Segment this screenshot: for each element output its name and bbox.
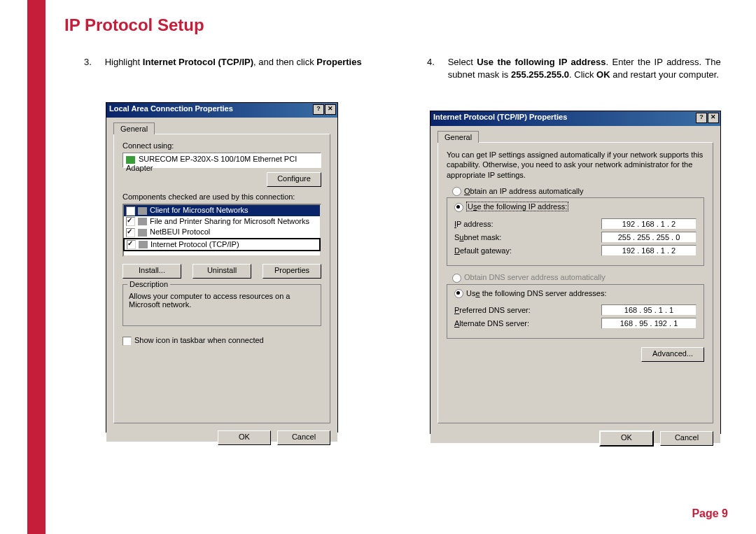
ip-label: IP address: [454, 220, 493, 228]
subnet-label: Subnet mask: [454, 233, 501, 241]
dialog-lan-properties: Local Area Connection Properties ? ✕ Gen… [106, 102, 338, 433]
titlebar-tcpip-text: Internet Protocol (TCP/IP) Properties [433, 113, 567, 121]
radio-icon[interactable] [454, 289, 463, 298]
connect-using-label: Connect using: [122, 141, 321, 150]
help-icon[interactable]: ? [696, 113, 707, 123]
titlebar-lan: Local Area Connection Properties ? ✕ [106, 103, 337, 118]
ok-button[interactable]: OK [599, 430, 654, 447]
preferred-dns-field[interactable]: 168 . 95 . 1 . 1 [601, 304, 696, 316]
configure-button[interactable]: Configure [267, 172, 321, 187]
titlebar-tcpip: Internet Protocol (TCP/IP) Properties ? … [430, 111, 720, 126]
adapter-field: SURECOM EP-320X-S 100/10M Ethernet PCI A… [122, 153, 321, 168]
radio-icon [452, 274, 461, 283]
step-3: 3. Highlight Internet Protocol (TCP/IP),… [84, 56, 378, 69]
component-icon [138, 207, 147, 215]
help-icon[interactable]: ? [313, 104, 324, 115]
description-label: Description [127, 280, 170, 288]
checkbox-show-icon[interactable] [122, 337, 132, 346]
page-footer: Page 9 [692, 507, 728, 520]
alternate-dns-field[interactable]: 168 . 95 . 192 . 1 [601, 318, 696, 329]
checkbox-icon[interactable] [126, 206, 135, 216]
show-icon-row[interactable]: Show icon in taskbar when connected [122, 336, 321, 346]
description-group: Description Allows your computer to acce… [122, 284, 321, 326]
list-item[interactable]: File and Printer Sharing for Microsoft N… [124, 216, 320, 227]
uninstall-button[interactable]: Uninstall [192, 264, 251, 279]
gateway-label: Default gateway: [454, 246, 512, 255]
step-3-num: 3. [84, 56, 102, 69]
step-4: 4. Select Use the following IP address. … [427, 56, 721, 80]
list-item[interactable]: Client for Microsoft Networks [124, 205, 320, 216]
ok-button[interactable]: OK [218, 430, 271, 445]
checkbox-icon[interactable] [126, 217, 135, 226]
advanced-button[interactable]: Advanced... [641, 347, 704, 362]
red-sidebar [27, 0, 46, 534]
component-icon [138, 229, 147, 237]
dialog-tcpip-properties: Internet Protocol (TCP/IP) Properties ? … [430, 111, 721, 434]
description-text: Allows your computer to access resources… [129, 292, 315, 309]
components-label: Components checked are used by this conn… [122, 192, 321, 201]
close-icon[interactable]: ✕ [708, 113, 719, 123]
component-icon [139, 241, 148, 248]
radio-icon[interactable] [454, 203, 463, 212]
properties-button[interactable]: Properties [262, 264, 321, 279]
nic-icon [126, 156, 135, 164]
radio-use-dns[interactable]: Use the following DNS server addresses: [453, 289, 608, 299]
radio-use-ip[interactable]: Use the following IP address: [453, 202, 570, 212]
checkbox-icon[interactable] [126, 228, 135, 237]
install-button[interactable]: Install... [122, 264, 181, 279]
component-icon [138, 218, 147, 225]
list-item-tcpip[interactable]: Internet Protocol (TCP/IP) [123, 238, 321, 252]
step-4-num: 4. [427, 56, 445, 69]
close-icon[interactable]: ✕ [325, 104, 336, 115]
tab-general-1[interactable]: General [113, 122, 155, 134]
titlebar-lan-text: Local Area Connection Properties [109, 104, 233, 113]
alt-dns-label: Alternate DNS server: [454, 319, 529, 328]
list-item[interactable]: NetBEUI Protocol [124, 227, 320, 238]
radio-obtain-ip[interactable]: Obtain an IP address automatically [452, 187, 704, 197]
default-gateway-field[interactable]: 192 . 168 . 1 . 2 [601, 245, 696, 256]
radio-icon[interactable] [452, 187, 461, 196]
subnet-mask-field[interactable]: 255 . 255 . 255 . 0 [601, 232, 696, 243]
checkbox-icon[interactable] [127, 240, 136, 249]
ip-address-field[interactable]: 192 . 168 . 1 . 2 [601, 218, 696, 230]
components-list[interactable]: Client for Microsoft Networks File and P… [122, 204, 321, 257]
pref-dns-label: Preferred DNS server: [454, 306, 531, 314]
tab-general-2[interactable]: General [438, 131, 479, 143]
step-4-text: Select Use the following IP address. Ent… [448, 56, 721, 80]
info-text: You can get IP settings assigned automat… [447, 150, 704, 180]
page-title: IP Protocol Setup [64, 15, 204, 35]
radio-obtain-dns: Obtain DNS server address automatically [452, 273, 704, 283]
cancel-button[interactable]: Cancel [277, 430, 330, 445]
cancel-button[interactable]: Cancel [660, 431, 713, 446]
step-3-text: Highlight Internet Protocol (TCP/IP), an… [105, 56, 378, 69]
